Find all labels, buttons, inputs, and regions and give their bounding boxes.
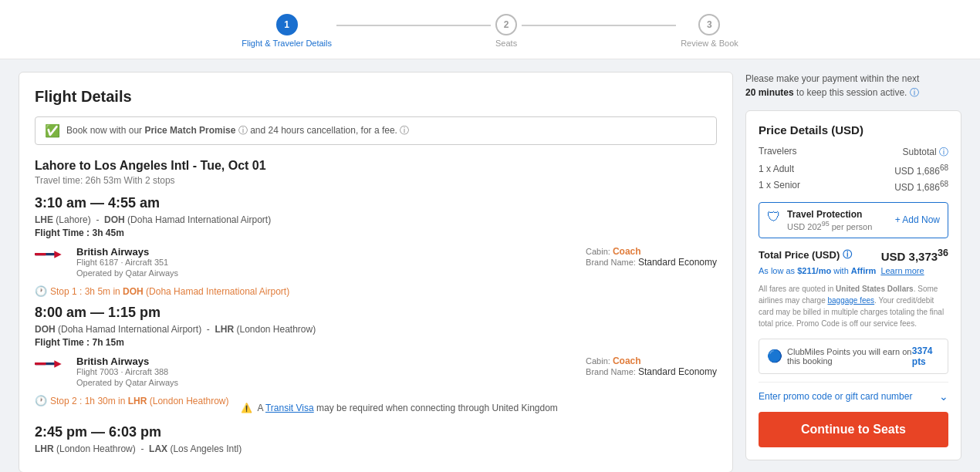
subtotal-info-icon[interactable]: ⓘ (939, 147, 948, 157)
svg-rect-4 (35, 362, 46, 365)
route-name: Lahore to Los Angeles Intl (35, 159, 189, 172)
leg2-cabin-lbl: Cabin: (586, 356, 613, 366)
stop2-row: 🕐 Stop 2 : 1h 30m in LHR (London Heathro… (35, 395, 717, 413)
affirm-brand: Affirm (851, 266, 876, 275)
step-circle-1: 1 (276, 14, 298, 35)
protection-price: USD 20295 per person (787, 220, 872, 231)
travelers-label: Travelers (759, 146, 797, 159)
fine-print: All fares are quoted in United States Do… (759, 283, 948, 329)
total-info-icon[interactable]: ⓘ (843, 248, 852, 261)
route-dash: - (193, 159, 201, 172)
progress-step-1: 1 Flight & Traveler Details (242, 14, 332, 48)
leg2-airline-info: British Airways Flight 7003 · Aircraft 3… (76, 356, 178, 387)
affirm-line: As low as $211/mo with Affirm Learn more (759, 266, 948, 275)
leg2-to-code: LHR (215, 324, 234, 335)
leg3-to-name: Los Angeles Intl (173, 443, 238, 454)
stop2-code: LHR (128, 396, 147, 406)
leg1-airline-name: British Airways (76, 246, 178, 258)
step-label-3: Review & Book (681, 39, 738, 48)
leg1-flight-time: Flight Time : 3h 45m (35, 228, 717, 238)
stop-clock-icon-2: 🕐 (35, 395, 47, 406)
leg2-airline-row: British Airways Flight 7003 · Aircraft 3… (35, 356, 717, 387)
banner-text: Book now with our Price Match Promise ⓘ … (66, 124, 409, 137)
svg-marker-5 (54, 360, 61, 367)
progress-line-2 (522, 25, 676, 26)
leg2-airline-logo (35, 357, 66, 371)
senior-amount: USD 1,68668 (894, 180, 948, 193)
price-match-bold: Price Match Promise (144, 125, 235, 136)
stop1-info: 🕐 Stop 1 : 3h 5m in DOH (Doha Hamad Inte… (35, 285, 717, 297)
leg1-cabin-info: Cabin: Coach Brand Name: Standard Econom… (586, 246, 717, 268)
promo-label[interactable]: Enter promo code or gift card number (759, 391, 912, 402)
payment-notice: Please make your payment within the next… (745, 72, 961, 99)
price-details-title: Price Details (USD) (759, 123, 948, 137)
clubmiles-icon: 🔵 (767, 349, 782, 363)
stop2-text: Stop 2 : 1h 30m in LHR (London Heathrow) (50, 396, 228, 406)
payment-minutes: 20 minutes (745, 87, 794, 98)
leg3-preview: 2:45 pm — 6:03 pm LHR (London Heathrow) … (35, 424, 717, 454)
leg1-ft-val: 3h 45m (92, 228, 123, 238)
leg1-brand-val: Standard Economy (638, 257, 717, 268)
flight-panel: Flight Details ✅ Book now with our Price… (19, 72, 733, 472)
leg2-brand-lbl: Brand Name: (586, 367, 638, 376)
leg2-brand-label: Brand Name: Standard Economy (586, 366, 717, 377)
leg2-from-code: DOH (35, 324, 56, 335)
leg2-operated: Operated by Qatar Airways (76, 378, 178, 387)
leg2-times: 8:00 am — 1:15 pm (35, 305, 717, 321)
stop1-text: Stop 1 : 3h 5m in DOH (Doha Hamad Intern… (50, 286, 289, 297)
leg3-from-name: London Heathrow (59, 443, 133, 454)
clubmiles-row: 🔵 ClubMiles Points you will earn on this… (759, 339, 948, 374)
clubmiles-label: ClubMiles Points you will earn on this b… (787, 347, 912, 366)
leg2-cabin-info: Cabin: Coach Brand Name: Standard Econom… (586, 356, 717, 377)
transit-visa-link[interactable]: Transit Visa (265, 403, 314, 413)
add-now-button[interactable]: + Add Now (895, 214, 940, 225)
leg1-brand-lbl: Brand Name: (586, 258, 638, 267)
leg2-airline-name: British Airways (76, 356, 178, 367)
promo-row[interactable]: Enter promo code or gift card number ⌄ (759, 382, 948, 403)
leg1-flight-num: Flight 6187 · Aircraft 351 (76, 258, 178, 267)
travel-protection: 🛡 Travel Protection USD 20295 per person… (759, 202, 948, 238)
payment-suffix: to keep this session active. (796, 87, 907, 98)
leg1-times: 3:10 am — 4:55 am (35, 195, 717, 211)
leg3-times: 2:45 pm — 6:03 pm (35, 424, 717, 440)
price-details-box: Price Details (USD) Travelers Subtotal ⓘ… (745, 110, 961, 460)
warning-icon: ⚠️ (241, 403, 252, 413)
leg2-cabin-label: Cabin: Coach (586, 356, 717, 366)
leg3-from-code: LHR (35, 443, 54, 454)
leg2-brand-val: Standard Economy (638, 366, 717, 377)
leg2-flight-time: Flight Time : 7h 15m (35, 337, 717, 348)
leg2-cabin-val: Coach (613, 356, 641, 366)
svg-rect-1 (35, 253, 46, 255)
clubmiles-left: 🔵 ClubMiles Points you will earn on this… (767, 347, 912, 366)
leg1-operated: Operated by Qatar Airways (76, 268, 178, 278)
leg1-airline-info: British Airways Flight 6187 · Aircraft 3… (76, 246, 178, 278)
leg1-airline-logo (35, 248, 66, 261)
leg1-airline-row: British Airways Flight 6187 · Aircraft 3… (35, 246, 717, 278)
fee-info-icon[interactable]: ⓘ (400, 125, 409, 136)
progress-bar: 1 Flight & Traveler Details 2 Seats 3 Re… (0, 0, 980, 59)
total-price-row: Total Price (USD) ⓘ USD 3,37336 (759, 248, 948, 263)
transit-text: A Transit Visa may be required when conn… (257, 403, 557, 413)
session-info-icon[interactable]: ⓘ (910, 87, 919, 98)
step-circle-2: 2 (495, 14, 517, 35)
adult-price-row: 1 x Adult USD 1,68668 (759, 164, 948, 177)
info-circle-icon[interactable]: ⓘ (238, 125, 248, 136)
total-amount: USD 3,37336 (881, 248, 948, 263)
price-match-banner: ✅ Book now with our Price Match Promise … (35, 116, 717, 145)
leg1-to-code: DOH (104, 214, 125, 225)
leg1-from-code: LHE (35, 214, 53, 225)
leg1-cabin-val: Coach (613, 246, 641, 257)
stop1-code: DOH (123, 286, 144, 297)
stop-clock-icon-1: 🕐 (35, 285, 47, 297)
leg1-ft-label: Flight Time : (35, 228, 90, 238)
baggage-fees-link[interactable]: baggage fees (827, 296, 874, 305)
leg2-ft-label: Flight Time : (35, 337, 90, 348)
chevron-down-icon[interactable]: ⌄ (939, 390, 948, 403)
progress-step-3: 3 Review & Book (681, 14, 738, 48)
affirm-learn-more-link[interactable]: Learn more (880, 266, 924, 275)
clubmiles-pts: 3374 pts (912, 346, 940, 367)
leg2-flight-num: Flight 7003 · Aircraft 388 (76, 367, 178, 376)
continue-to-seats-button[interactable]: Continue to Seats (759, 412, 948, 447)
flight-panel-title: Flight Details (35, 88, 717, 106)
adult-label: 1 x Adult (759, 164, 794, 177)
